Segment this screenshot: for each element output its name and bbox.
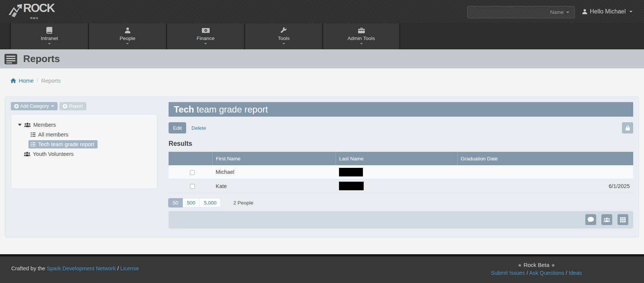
report-tree-column: Add Category Report Members xyxy=(11,102,157,232)
person-icon xyxy=(125,27,130,34)
user-greeting: Hello Michael xyxy=(590,8,626,15)
add-report-button[interactable]: Report xyxy=(59,102,86,110)
page-size-50[interactable]: 50 xyxy=(168,198,183,207)
chevron-down-icon xyxy=(204,43,207,44)
banknote-icon xyxy=(202,27,210,34)
page-size-picker: 50 500 5,000 xyxy=(169,198,221,207)
separator: / xyxy=(566,270,567,276)
add-report-label: Report xyxy=(69,104,83,109)
delete-button[interactable]: Delete xyxy=(191,125,206,131)
cell-last-name xyxy=(336,179,457,193)
page-title-bar: Reports xyxy=(0,49,644,68)
submit-issues-link[interactable]: Submit Issues xyxy=(491,270,525,276)
tree-item-members[interactable]: Members xyxy=(15,120,153,130)
nav-item-tools[interactable]: Tools xyxy=(244,23,322,49)
table-header-row: First Name Last Name Graduation Date xyxy=(169,152,633,165)
users-icon xyxy=(604,218,610,222)
security-lock-button[interactable] xyxy=(622,122,633,133)
person-search-box: Name xyxy=(467,6,575,18)
result-count: 2 People xyxy=(233,200,253,206)
rock-logo[interactable]: ROCK RMS xyxy=(8,3,54,24)
nav-item-people[interactable]: People xyxy=(88,23,166,49)
rock-arrow-icon xyxy=(8,4,22,18)
separator: / xyxy=(117,265,119,271)
chevron-down-icon xyxy=(360,43,363,44)
nav-label: Admin Tools xyxy=(348,36,375,41)
spark-development-network-link[interactable]: Spark Development Network xyxy=(47,265,116,271)
crafted-by-text: Crafted by the Spark Development Network… xyxy=(11,265,139,271)
column-header-first-name[interactable]: First Name xyxy=(212,152,336,165)
nav-item-admin-tools[interactable]: Admin Tools xyxy=(322,23,400,49)
pagination-row: 50 500 5,000 2 People xyxy=(169,198,633,207)
cell-first-name: Kate xyxy=(212,179,336,193)
tree-item-label: Tech team grade report xyxy=(38,141,94,147)
nav-label: Finance xyxy=(197,36,215,41)
chevron-down-icon xyxy=(51,105,54,107)
report-title-rest: team grade report xyxy=(197,104,268,114)
nav-label: Tools xyxy=(278,36,290,41)
export-grid-button[interactable] xyxy=(617,214,628,225)
breadcrumb-current: Reports xyxy=(41,77,61,84)
tree-item-all-members[interactable]: All members xyxy=(31,130,153,139)
report-detail-column: Tech team grade report Edit Delete Resul… xyxy=(169,102,633,232)
list-ol-icon xyxy=(31,142,36,147)
grid-icon xyxy=(620,217,626,222)
breadcrumb: Home / Reports xyxy=(10,77,644,84)
row-checkbox[interactable] xyxy=(190,170,195,175)
users-icon xyxy=(24,152,30,156)
search-input[interactable] xyxy=(471,9,550,15)
communicate-button[interactable] xyxy=(585,214,596,225)
column-header-graduation-date[interactable]: Graduation Date xyxy=(457,152,633,165)
tree-item-youth-volunteers[interactable]: Youth Volunteers xyxy=(24,149,153,159)
cell-graduation-date: 6/1/2025 xyxy=(457,179,633,193)
page-size-5000[interactable]: 5,000 xyxy=(200,198,221,207)
footer-links: Submit Issues / Ask Questions / Ideas xyxy=(491,269,582,277)
report-title-bold: Tech xyxy=(174,104,194,114)
breadcrumb-home-link[interactable]: Home xyxy=(10,77,34,84)
reports-panel: Add Category Report Members xyxy=(5,96,639,237)
edit-button[interactable]: Edit xyxy=(169,122,186,133)
tree-item-tech-team-grade-report[interactable]: Tech team grade report xyxy=(28,139,153,149)
column-header-select[interactable] xyxy=(169,152,212,165)
report-toolbar: Edit Delete xyxy=(169,122,633,133)
star-icon: ★ xyxy=(551,262,555,268)
nav-item-finance[interactable]: Finance xyxy=(166,23,244,49)
chevron-down-icon xyxy=(566,12,569,13)
toolbox-icon xyxy=(358,27,365,34)
crafted-prefix: Crafted by the xyxy=(11,265,45,271)
brand-sub: RMS xyxy=(23,13,54,24)
license-link[interactable]: License xyxy=(120,265,139,271)
users-icon xyxy=(24,123,31,127)
main-nav: Intranet People Finance Tools xyxy=(0,23,644,49)
tree-item-label: All members xyxy=(38,132,68,138)
ideas-link[interactable]: Ideas xyxy=(569,270,582,276)
search-filter-dropdown[interactable]: Name xyxy=(550,9,569,15)
breadcrumb-separator: / xyxy=(37,77,38,84)
cell-last-name xyxy=(336,165,457,179)
selected-tree-item: Tech team grade report xyxy=(28,140,98,148)
table-row: Kate 6/1/2025 xyxy=(169,179,633,193)
expander-caret-icon[interactable] xyxy=(18,124,22,126)
nav-item-intranet[interactable]: Intranet xyxy=(10,23,88,49)
ask-questions-link[interactable]: Ask Questions xyxy=(529,270,564,276)
wrench-icon xyxy=(281,27,287,34)
table-row: Michael xyxy=(169,165,633,179)
rock-rms-app: ROCK RMS Name Hello Michael Intranet xyxy=(0,0,644,283)
column-header-last-name[interactable]: Last Name xyxy=(336,152,457,165)
merge-person-button[interactable] xyxy=(601,214,612,225)
redacted-last-name xyxy=(339,182,364,190)
person-icon xyxy=(582,9,587,14)
add-category-button[interactable]: Add Category xyxy=(11,102,58,110)
speech-bubble-icon xyxy=(588,217,594,222)
beta-block: ★ Rock Beta ★ Submit Issues / Ask Questi… xyxy=(491,261,582,277)
chevron-down-icon xyxy=(126,43,129,44)
separator: / xyxy=(527,270,528,276)
chevron-down-icon xyxy=(282,43,285,44)
lock-icon xyxy=(626,126,630,130)
list-ol-icon xyxy=(31,132,36,137)
plus-circle-icon xyxy=(14,104,19,108)
user-menu[interactable]: Hello Michael xyxy=(582,0,632,23)
row-checkbox[interactable] xyxy=(190,184,195,189)
page-size-500[interactable]: 500 xyxy=(182,198,200,207)
topbar: ROCK RMS Name Hello Michael xyxy=(0,0,644,23)
